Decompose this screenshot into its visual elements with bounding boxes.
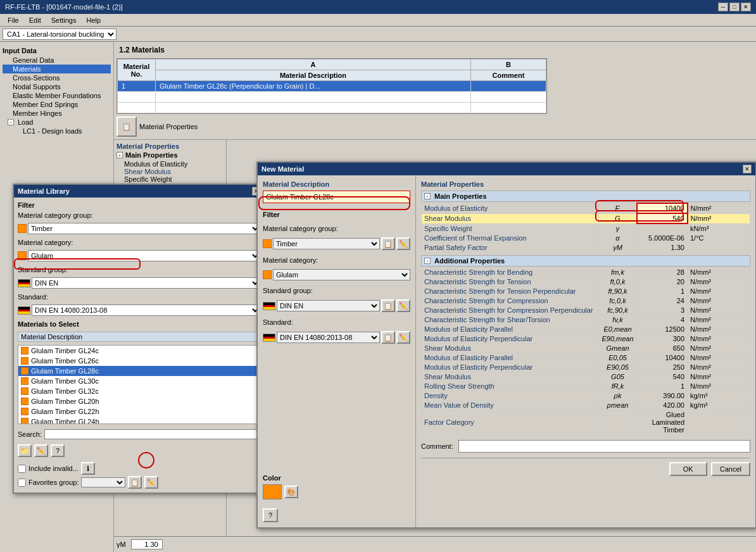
add-prop-val-5[interactable]: 4 xyxy=(637,315,688,324)
main-props-expand[interactable]: - xyxy=(117,152,123,158)
color-box[interactable] xyxy=(263,484,282,499)
load-label: Load xyxy=(18,118,33,126)
add-prop-val-7[interactable]: 300 xyxy=(637,334,688,343)
list-item-gl32c[interactable]: Glulam Timber GL32c xyxy=(18,386,260,396)
prop-shear: Shear Modulus xyxy=(124,168,224,175)
color-row: 🎨 xyxy=(263,484,410,499)
prop-safety-val[interactable]: 1.30 xyxy=(637,242,688,252)
std-group-row: Standard group: xyxy=(18,266,261,273)
prop-thermal-name: Coefficient of Thermal Expansion xyxy=(422,233,599,242)
favorites-btn1[interactable]: 📋 xyxy=(128,476,142,489)
open-material-library-button[interactable]: 📋 xyxy=(117,116,137,137)
list-item-gl22h[interactable]: Glulam Timber GL22h xyxy=(18,406,260,417)
mat-icon-gl22h xyxy=(21,408,28,415)
add-prop-val-4[interactable]: 3 xyxy=(637,305,688,315)
include-invalid-info-btn[interactable]: ℹ xyxy=(81,462,95,475)
sidebar-item-load[interactable]: - Load xyxy=(3,118,111,127)
add-prop-val-9[interactable]: 10400 xyxy=(637,353,688,362)
favorites-select[interactable] xyxy=(81,477,125,487)
cat-select[interactable]: Glulam xyxy=(28,250,261,261)
std-select[interactable]: DIN EN 14080:2013-08 xyxy=(32,304,261,316)
main-props-expand-right[interactable]: - xyxy=(424,193,431,199)
list-item-gl20h[interactable]: Glulam Timber GL20h xyxy=(18,396,260,406)
sidebar-item-lc1[interactable]: LC1 - Design loads xyxy=(3,127,111,135)
sidebar-item-nodal-supports[interactable]: Nodal Supports xyxy=(3,82,111,91)
add-prop-val-12[interactable]: 1 xyxy=(637,381,688,391)
add-to-selection-button[interactable]: 📁 xyxy=(18,444,32,457)
remove-from-selection-button[interactable]: ✏️ xyxy=(34,444,48,457)
maximize-button[interactable]: □ xyxy=(729,3,740,11)
sidebar-item-materials[interactable]: Materials xyxy=(3,65,111,73)
add-prop-val-11[interactable]: 540 xyxy=(637,372,688,381)
new-mat-std-btn2[interactable]: ✏️ xyxy=(396,331,410,344)
prop-shear-unit: N/mm² xyxy=(688,213,750,223)
menu-file[interactable]: File xyxy=(3,15,24,25)
favorites-checkbox[interactable] xyxy=(18,479,26,487)
add-prop-val-1[interactable]: 20 xyxy=(637,277,688,286)
new-material-close[interactable]: ✕ xyxy=(743,165,752,173)
add-prop-val-14[interactable]: 420.00 xyxy=(637,400,688,410)
search-input[interactable] xyxy=(44,429,261,439)
list-item-gl24h[interactable]: Glulam Timber GL24h xyxy=(18,417,260,424)
list-item-gl26c[interactable]: Glulam Timber GL26c xyxy=(18,356,260,366)
sidebar-item-member-end-springs[interactable]: Member End Springs xyxy=(3,100,111,109)
close-button[interactable]: ✕ xyxy=(741,3,751,11)
cat-group-select[interactable]: Timber xyxy=(28,223,261,234)
sidebar-item-elastic-foundations[interactable]: Elastic Member Foundations xyxy=(3,91,111,100)
add-prop-val-3[interactable]: 24 xyxy=(637,296,688,305)
ok-button[interactable]: OK xyxy=(669,462,707,476)
prop-thermal-val[interactable]: 5.0000E-06 xyxy=(637,233,688,242)
add-prop-val-6[interactable]: 12500 xyxy=(637,324,688,334)
favorites-btn2[interactable]: ✏️ xyxy=(144,476,158,489)
new-mat-cat-group-select[interactable]: Timber xyxy=(273,238,380,249)
new-mat-std-group-select[interactable]: DIN EN xyxy=(277,300,380,311)
cancel-button[interactable]: Cancel xyxy=(711,462,750,476)
include-invalid-checkbox[interactable] xyxy=(18,465,26,473)
add-properties-table: Characteristic Strength for Bending fm,k… xyxy=(421,267,750,435)
new-mat-std-select[interactable]: DIN EN 14080:2013-08 xyxy=(277,332,380,343)
add-prop-val-8[interactable]: 650 xyxy=(637,343,688,353)
add-prop-val-0[interactable]: 28 xyxy=(637,267,688,277)
add-props-expand-right[interactable]: - xyxy=(424,258,431,264)
add-prop-name-14: Mean Value of Density xyxy=(422,400,599,410)
new-mat-cat-group-btn2[interactable]: ✏️ xyxy=(396,237,410,250)
prop-modulus-val[interactable]: 10400 xyxy=(637,203,688,213)
sidebar-item-member-hinges[interactable]: Member Hinges xyxy=(3,109,111,118)
new-mat-std-group-row: DIN EN 📋 ✏️ xyxy=(263,299,410,312)
comment-input[interactable] xyxy=(458,440,750,453)
list-item-gl28c[interactable]: Glulam Timber GL28c xyxy=(18,366,260,376)
new-mat-std-group-btn2[interactable]: ✏️ xyxy=(396,299,410,312)
prop-shear-val[interactable]: 540 xyxy=(637,213,688,223)
add-prop-val-10[interactable]: 250 xyxy=(637,362,688,372)
std-group-select[interactable]: DIN EN xyxy=(32,277,261,289)
list-item-gl24c[interactable]: Glulam Timber GL24c xyxy=(18,346,260,356)
add-prop-sym-11: G05 xyxy=(599,372,637,381)
mat-props-section-label: Material Properties xyxy=(117,142,224,150)
menu-help[interactable]: Help xyxy=(81,15,106,25)
sidebar-item-cross-sections[interactable]: Cross-Sections xyxy=(3,73,111,82)
new-material-dialog: New Material ✕ Material Description Filt… xyxy=(256,161,756,529)
color-btn[interactable]: 🎨 xyxy=(284,486,298,498)
prop-weight-val[interactable] xyxy=(637,223,688,233)
load-expand-icon[interactable]: - xyxy=(8,119,14,125)
prop-thermal-unit: 1/°C xyxy=(688,233,750,242)
new-mat-cat-group-btn1[interactable]: 📋 xyxy=(381,237,395,250)
case-dropdown[interactable]: CA1 - Lateral-torsional buckling xyxy=(3,28,117,40)
help-button[interactable]: ? xyxy=(263,508,278,522)
table-row[interactable]: 1 Glulam Timber GL28c (Perpendicular to … xyxy=(118,81,546,92)
new-mat-std-btn1[interactable]: 📋 xyxy=(381,331,395,344)
list-item-gl30c[interactable]: Glulam Timber GL30c xyxy=(18,376,260,386)
new-mat-std-group-btn1[interactable]: 📋 xyxy=(381,299,395,312)
mat-name-input[interactable] xyxy=(263,191,410,203)
sidebar-item-general[interactable]: General Data xyxy=(3,56,111,65)
add-prop-val-13[interactable]: 390.00 xyxy=(637,391,688,400)
new-mat-cat-select[interactable]: Glulam xyxy=(273,269,410,280)
add-prop-val-2[interactable]: 1 xyxy=(637,286,688,296)
menu-settings[interactable]: Settings xyxy=(46,15,82,25)
prop-row-shear: Shear Modulus G 540 N/mm² xyxy=(422,213,750,223)
add-prop-sym-15 xyxy=(599,410,637,434)
minimize-button[interactable]: ─ xyxy=(718,3,728,11)
properties-button[interactable]: ? xyxy=(51,444,65,457)
menu-edit[interactable]: Edit xyxy=(24,15,46,25)
add-prop-row-8: Shear Modulus Gmean 650 N/mm² xyxy=(422,343,750,353)
